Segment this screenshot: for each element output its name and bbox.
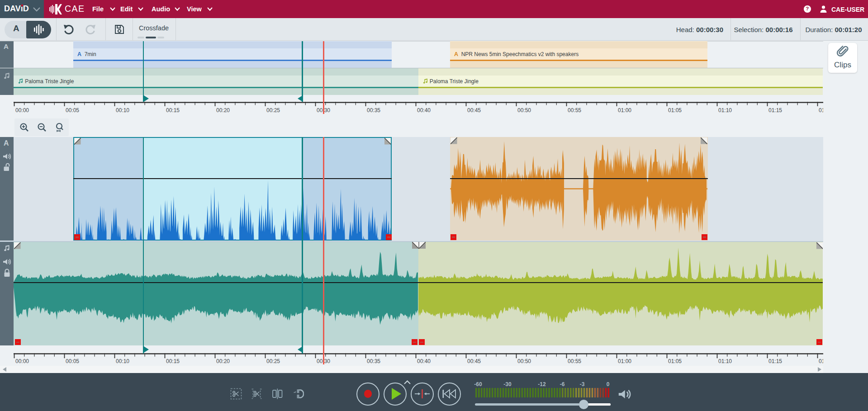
svg-text:00:10: 00:10 — [116, 358, 129, 364]
svg-text:00:50: 00:50 — [517, 107, 531, 113]
svg-text:01:05: 01:05 — [668, 358, 682, 364]
svg-text:01:20: 01:20 — [819, 107, 823, 113]
svg-text:00:00: 00:00 — [15, 107, 29, 113]
svg-text:01:20: 01:20 — [819, 358, 823, 364]
svg-text:00:05: 00:05 — [66, 107, 79, 113]
svg-text:01:10: 01:10 — [718, 358, 732, 364]
svg-text:01:15: 01:15 — [768, 358, 782, 364]
svg-text:00:45: 00:45 — [467, 107, 481, 113]
svg-text:00:20: 00:20 — [216, 107, 230, 113]
svg-text:01:00: 01:00 — [618, 358, 631, 364]
svg-text:00:00: 00:00 — [15, 358, 29, 364]
svg-text:00:45: 00:45 — [467, 358, 481, 364]
svg-text:01:15: 01:15 — [768, 107, 782, 113]
svg-text:01:10: 01:10 — [718, 107, 732, 113]
svg-text:00:55: 00:55 — [568, 107, 581, 113]
svg-text:00:20: 00:20 — [216, 358, 230, 364]
svg-text:00:40: 00:40 — [417, 358, 431, 364]
svg-text:00:50: 00:50 — [517, 358, 531, 364]
svg-text:00:15: 00:15 — [166, 358, 180, 364]
svg-text:01:00: 01:00 — [618, 107, 631, 113]
svg-text:01:05: 01:05 — [668, 107, 682, 113]
svg-text:00:25: 00:25 — [266, 358, 280, 364]
svg-text:00:05: 00:05 — [66, 358, 79, 364]
svg-text:00:35: 00:35 — [367, 107, 380, 113]
svg-text:00:10: 00:10 — [116, 107, 129, 113]
svg-text:00:15: 00:15 — [166, 107, 180, 113]
svg-text:00:25: 00:25 — [266, 107, 280, 113]
svg-text:00:40: 00:40 — [417, 107, 431, 113]
svg-text:00:55: 00:55 — [568, 358, 581, 364]
svg-text:00:35: 00:35 — [367, 358, 380, 364]
